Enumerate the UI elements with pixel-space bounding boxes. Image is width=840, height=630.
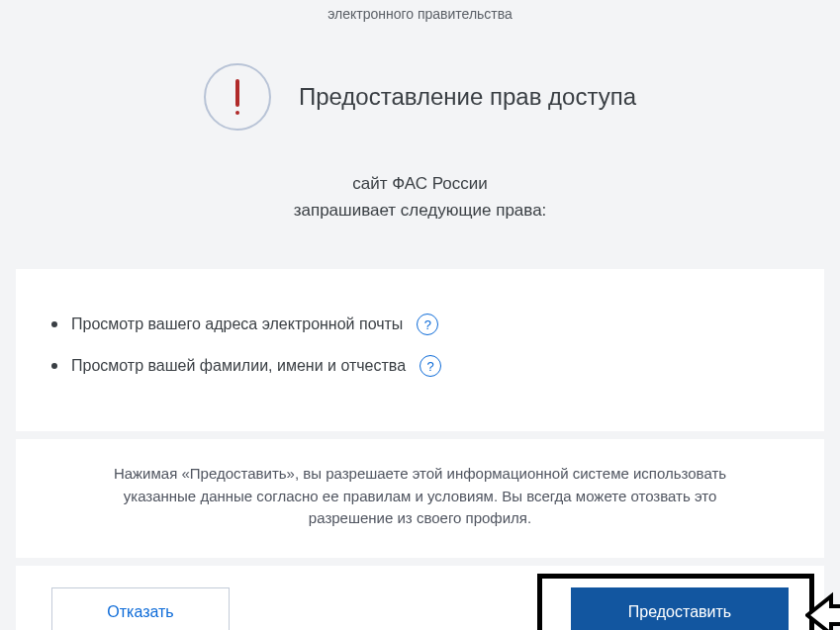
decline-button[interactable]: Отказать — [51, 587, 230, 630]
help-icon[interactable]: ? — [420, 355, 441, 377]
exclamation-icon — [204, 63, 271, 131]
grant-button[interactable]: Предоставить — [571, 587, 789, 630]
title-row: Предоставление прав доступа — [0, 63, 840, 131]
arrow-left-icon — [805, 590, 840, 630]
bullet-icon — [51, 321, 57, 327]
actions-row: Отказать Предоставить — [16, 566, 824, 630]
permission-item: Просмотр вашей фамилии, имени и отчества… — [51, 345, 789, 387]
request-subhead: сайт ФАС России запрашивает следующие пр… — [0, 170, 840, 224]
permissions-list: Просмотр вашего адреса электронной почты… — [51, 304, 789, 387]
permission-item: Просмотр вашего адреса электронной почты… — [51, 304, 789, 345]
bullet-icon — [51, 363, 57, 369]
disclosure-text: Нажимая «Предоставить», вы разрешаете эт… — [16, 439, 824, 558]
requester-name: сайт ФАС России — [0, 170, 840, 197]
page-title: Предоставление прав доступа — [299, 83, 636, 111]
request-line: запрашивает следующие права: — [0, 197, 840, 224]
help-icon[interactable]: ? — [417, 314, 438, 335]
permissions-panel: Просмотр вашего адреса электронной почты… — [16, 269, 824, 431]
header-subtitle: электронного правительства — [0, 0, 840, 22]
permission-text: Просмотр вашего адреса электронной почты — [71, 315, 403, 333]
permission-text: Просмотр вашей фамилии, имени и отчества — [71, 357, 406, 375]
